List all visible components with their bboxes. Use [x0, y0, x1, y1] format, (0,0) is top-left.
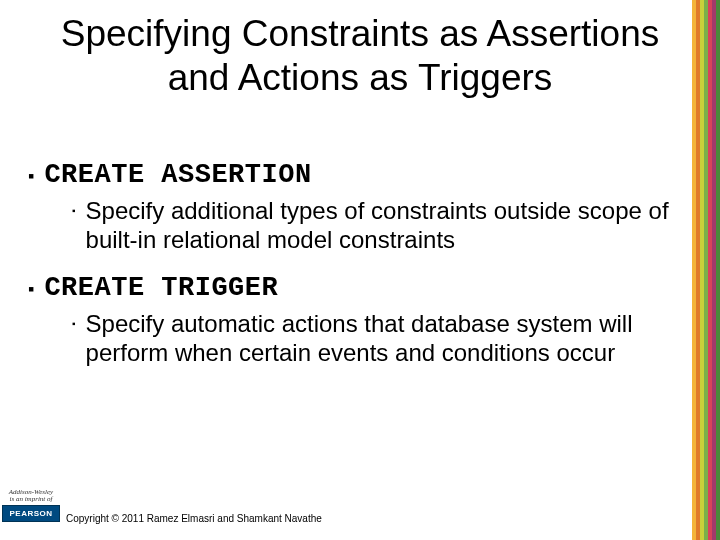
square-bullet-icon: ▪	[72, 205, 76, 216]
slide: Specifying Constraints as Assertions and…	[0, 0, 720, 540]
subbullet-text: Specify automatic actions that database …	[86, 309, 676, 368]
subbullet-trigger-desc: ▪ Specify automatic actions that databas…	[72, 309, 680, 368]
bullet-heading: CREATE TRIGGER	[44, 273, 278, 303]
square-bullet-icon: ▪	[28, 166, 34, 187]
bullet-create-assertion: ▪ CREATE ASSERTION	[28, 160, 680, 190]
square-bullet-icon: ▪	[28, 279, 34, 300]
slide-body: ▪ CREATE ASSERTION ▪ Specify additional …	[28, 160, 680, 385]
slide-title: Specifying Constraints as Assertions and…	[60, 12, 660, 99]
copyright-text: Copyright © 2011 Ramez Elmasri and Shamk…	[66, 513, 322, 524]
imprint-text: Addison-Wesley is an imprint of	[2, 489, 60, 503]
pearson-brand: PEARSON	[2, 505, 60, 522]
square-bullet-icon: ▪	[72, 318, 76, 329]
imprint-line2: is an imprint of	[10, 495, 53, 503]
bullet-create-trigger: ▪ CREATE TRIGGER	[28, 273, 680, 303]
bullet-heading: CREATE ASSERTION	[44, 160, 311, 190]
subbullet-assertion-desc: ▪ Specify additional types of constraint…	[72, 196, 680, 255]
subbullet-text: Specify additional types of constraints …	[86, 196, 676, 255]
decorative-stripes	[692, 0, 720, 540]
publisher-logo: Addison-Wesley is an imprint of PEARSON	[2, 489, 60, 522]
